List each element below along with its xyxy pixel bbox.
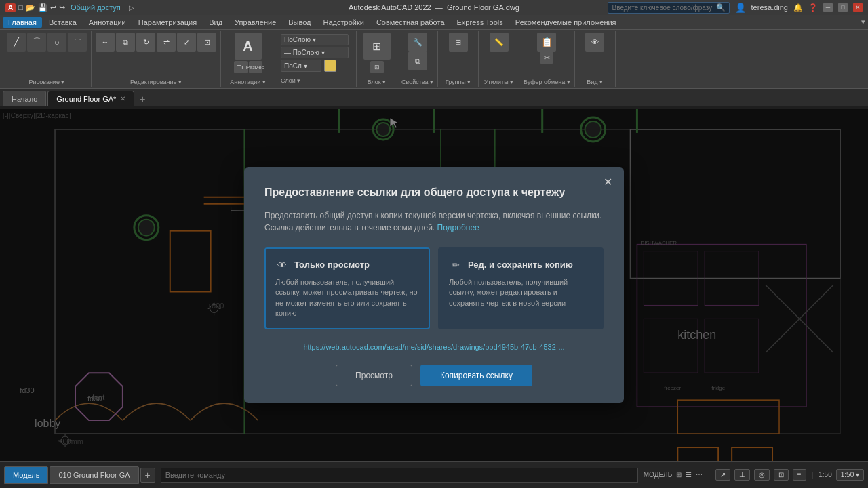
snap-mode[interactable]: ↗	[715, 469, 730, 481]
app-title: Autodesk AutoCAD 2022	[349, 3, 431, 12]
quick-access-open[interactable]: 📂	[26, 3, 35, 12]
status-right: МОДЕЛЬ ⊞ ☰ ⋯ | ↗ ⊥ ◎ ⊡ ≡ | 1:50 1:50 ▾	[644, 469, 864, 481]
tab-close-icon[interactable]: ✕	[120, 95, 125, 102]
insert-block-icon[interactable]: ⊞	[363, 33, 391, 60]
username[interactable]: teresa.ding	[751, 3, 788, 12]
user-icon: 👤	[735, 3, 746, 13]
modify-group-label: Редактирование ▾	[130, 77, 182, 85]
text-style-tool[interactable]: Тт	[234, 61, 248, 73]
mirror-tool[interactable]: ⇌	[157, 33, 176, 52]
quick-access-new[interactable]: □	[18, 3, 23, 12]
modal-overlay: ✕ Предоставление ссылки для общего досту…	[0, 109, 868, 461]
search-input[interactable]	[608, 2, 730, 14]
menu-annotate[interactable]: Аннотации	[83, 17, 132, 28]
text-icon[interactable]: A	[235, 33, 262, 60]
help-icon[interactable]: ❓	[808, 3, 818, 12]
menu-collaborate[interactable]: Совместная работа	[371, 17, 450, 28]
command-input[interactable]	[161, 468, 638, 483]
lineweight-dropdown[interactable]: ПоСл ▾	[281, 60, 321, 72]
paste-icon[interactable]: 📋	[537, 33, 556, 52]
view-icon[interactable]: 👁	[585, 33, 604, 52]
polyline-tool[interactable]: ⌒	[27, 33, 46, 52]
menu-overflow[interactable]: ▾	[861, 18, 865, 26]
share-option-view[interactable]: 👁 Только просмотр Любой пользователь, по…	[264, 247, 430, 330]
drawing-tab-010[interactable]: 010 Ground Floor GA	[50, 466, 138, 484]
menu-home[interactable]: Главная	[3, 17, 42, 28]
properties-icon[interactable]: 🔧	[408, 33, 427, 52]
move-tool[interactable]: ↔	[96, 33, 115, 52]
menu-featured-apps[interactable]: Рекомендуемые приложения	[510, 17, 622, 28]
rotate-tool[interactable]: ↻	[136, 33, 155, 52]
copy-tool[interactable]: ⧉	[116, 33, 135, 52]
ribbon-group-view: 👁 Вид ▾	[575, 31, 616, 87]
modal-link-url[interactable]: https://web.autocad.com/acad/me/sid/shar…	[264, 343, 604, 351]
menu-insert[interactable]: Вставка	[43, 17, 82, 28]
quick-access-share[interactable]: Общий доступ	[71, 3, 121, 12]
list-view-icon[interactable]: ☰	[686, 471, 692, 479]
linetype-dropdown[interactable]: — ПоСлою ▾	[281, 47, 349, 58]
tab-home[interactable]: Начало	[3, 91, 46, 106]
menu-view[interactable]: Вид	[203, 17, 228, 28]
color-swatch[interactable]	[324, 60, 336, 72]
measure-icon[interactable]: 📏	[490, 33, 509, 52]
command-line[interactable]	[161, 468, 638, 483]
menu-addins[interactable]: Надстройки	[318, 17, 370, 28]
copy-link-button[interactable]: Копировать ссылку	[420, 365, 532, 386]
share-modal: ✕ Предоставление ссылки для общего досту…	[244, 167, 624, 403]
line-tool[interactable]: ╱	[7, 33, 26, 52]
polar-mode[interactable]: ◎	[754, 469, 770, 481]
circle-tool[interactable]: ○	[47, 33, 66, 52]
tab-ground-floor[interactable]: Ground Floor GA* ✕	[47, 91, 134, 106]
stretch-tool[interactable]: ⤢	[177, 33, 196, 52]
bottom-tabs: Модель 010 Ground Floor GA +	[4, 462, 155, 488]
ribbon-group-modify: ↔ ⧉ ↻ ⇌ ⤢ ⊡ Редактирование ▾	[92, 31, 221, 87]
quick-access-redo[interactable]: ↪	[59, 3, 65, 12]
model-tab[interactable]: Модель	[4, 466, 48, 484]
separator: |	[708, 471, 710, 479]
osnap-mode[interactable]: ⊡	[774, 469, 789, 481]
minimize-button[interactable]: ─	[823, 3, 833, 12]
copy-props[interactable]: ⧉	[408, 52, 427, 70]
view-option-desc: Любой пользователь, получивший ссылку, м…	[275, 277, 419, 319]
arc-tool[interactable]: ⌒	[68, 33, 87, 52]
layer-dropdown[interactable]: ПоСлою ▾	[281, 34, 349, 45]
menu-output[interactable]: Вывод	[283, 17, 316, 28]
text-size-tool[interactable]: Размер	[249, 61, 262, 73]
block-group-label: Блок ▾	[368, 77, 387, 85]
text-group-label: Аннотации ▾	[230, 77, 266, 85]
modal-close-button[interactable]: ✕	[599, 174, 616, 190]
grid-view-icon[interactable]: ⊞	[676, 471, 682, 479]
tab-ground-floor-label: Ground Floor GA*	[56, 95, 116, 103]
maximize-button[interactable]: □	[838, 3, 848, 12]
menu-express-tools[interactable]: Express Tools	[452, 17, 509, 28]
cut-icon[interactable]: ✂	[540, 52, 553, 64]
overflow-icon[interactable]: ⋯	[696, 471, 703, 479]
menu-parametric[interactable]: Параметризация	[133, 17, 202, 28]
groups-group-label: Группы ▾	[446, 77, 471, 85]
notifications-icon[interactable]: 🔔	[793, 3, 803, 12]
share-options: 👁 Только просмотр Любой пользователь, по…	[264, 247, 604, 330]
scale-tool[interactable]: ⊡	[197, 33, 216, 52]
group-icon[interactable]: ⊞	[449, 33, 468, 52]
clipboard-group-label: Буфер обмена ▾	[524, 77, 570, 85]
quick-access-undo[interactable]: ↩	[50, 3, 56, 12]
separator2: |	[812, 471, 814, 479]
add-tab-button[interactable]: +	[140, 468, 155, 483]
cursor-position: ▷	[129, 4, 134, 12]
ortho-mode[interactable]: ⊥	[734, 469, 750, 481]
tab-add-button[interactable]: +	[136, 92, 149, 106]
preview-button[interactable]: Просмотр	[336, 365, 412, 386]
ribbon-group-layers: ПоСлою ▾ — ПоСлою ▾ ПоСл ▾ Слои ▾	[275, 31, 357, 87]
quick-access-save[interactable]: 💾	[38, 3, 47, 12]
share-option-edit[interactable]: ✏ Ред. и сохранить копию Любой пользоват…	[438, 247, 604, 330]
modal-desc-text: Предоставить общий доступ к копии текуще…	[264, 211, 601, 232]
modal-more-link[interactable]: Подробнее	[437, 223, 479, 232]
close-button[interactable]: ✕	[853, 3, 863, 12]
annotation-scale[interactable]: 1:50 ▾	[836, 469, 864, 481]
canvas-area[interactable]: fd30 fd30 fd30 lobby font kitchen DISHWA…	[0, 109, 868, 461]
lineweight-mode[interactable]: ≡	[793, 469, 806, 481]
block-editor[interactable]: ⊡	[370, 61, 384, 73]
ribbon-group-draw: ╱ ⌒ ○ ⌒ Рисование ▾	[3, 31, 92, 87]
ribbon: ╱ ⌒ ○ ⌒ Рисование ▾ ↔ ⧉ ↻ ⇌ ⤢ ⊡ Редактир…	[0, 30, 868, 89]
menu-manage[interactable]: Управление	[229, 17, 281, 28]
